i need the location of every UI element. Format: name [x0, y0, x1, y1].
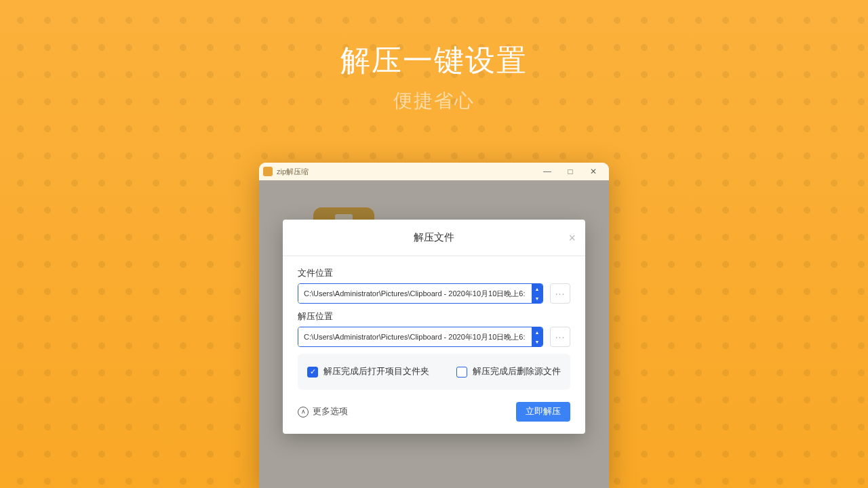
- dialog-close-button[interactable]: ×: [568, 232, 576, 244]
- chevron-down-icon[interactable]: ▼: [532, 337, 542, 346]
- file-location-combo[interactable]: ▲ ▼: [298, 283, 543, 304]
- chevron-up-icon[interactable]: ▲: [532, 327, 542, 337]
- dialog-header: 解压文件 ×: [283, 220, 585, 256]
- file-location-input[interactable]: [298, 284, 532, 303]
- checkbox-checked-icon: ✓: [307, 367, 318, 378]
- chevron-up-circle-icon: ∧: [298, 407, 309, 418]
- dialog-footer: ∧ 更多选项 立即解压: [283, 402, 585, 434]
- checkbox-unchecked-icon: [456, 367, 467, 378]
- chevron-up-icon[interactable]: ▲: [532, 284, 542, 293]
- open-after-label: 解压完成后打开项目文件夹: [323, 366, 429, 378]
- options-box: ✓ 解压完成后打开项目文件夹 解压完成后删除源文件: [298, 354, 570, 390]
- window-minimize-button[interactable]: —: [536, 163, 559, 180]
- file-location-label: 文件位置: [298, 267, 570, 279]
- extract-location-browse-button[interactable]: ···: [550, 327, 570, 347]
- window-close-button[interactable]: ✕: [582, 163, 605, 180]
- page-background: 解压一键设置 便捷省心 zip解压缩 — □ ✕ 解压文件 × 文件位置: [0, 0, 868, 488]
- file-location-stepper[interactable]: ▲ ▼: [532, 284, 542, 303]
- extract-location-row: ▲ ▼ ···: [298, 327, 570, 347]
- extract-now-button[interactable]: 立即解压: [516, 402, 570, 422]
- more-options-label: 更多选项: [313, 406, 348, 418]
- extract-location-stepper[interactable]: ▲ ▼: [532, 327, 542, 346]
- chevron-down-icon[interactable]: ▼: [532, 293, 542, 303]
- delete-source-checkbox[interactable]: 解压完成后删除源文件: [456, 366, 561, 378]
- extract-dialog: 解压文件 × 文件位置 ▲ ▼ ··· 解压位置: [283, 220, 585, 434]
- app-title: zip解压缩: [277, 167, 309, 177]
- delete-source-label: 解压完成后删除源文件: [473, 366, 561, 378]
- more-options-toggle[interactable]: ∧ 更多选项: [298, 406, 348, 418]
- dialog-title: 解压文件: [414, 231, 454, 244]
- extract-location-input[interactable]: [298, 327, 532, 346]
- file-location-row: ▲ ▼ ···: [298, 283, 570, 304]
- file-location-browse-button[interactable]: ···: [550, 283, 570, 304]
- app-icon: [263, 167, 273, 176]
- page-subhead: 便捷省心: [0, 88, 868, 114]
- titlebar: zip解压缩 — □ ✕: [259, 163, 609, 180]
- dialog-body: 文件位置 ▲ ▼ ··· 解压位置 ▲ ▼: [283, 256, 585, 402]
- extract-location-label: 解压位置: [298, 310, 570, 323]
- window-maximize-button[interactable]: □: [559, 163, 582, 180]
- page-headline: 解压一键设置: [0, 41, 868, 81]
- extract-location-combo[interactable]: ▲ ▼: [298, 327, 543, 347]
- open-after-checkbox[interactable]: ✓ 解压完成后打开项目文件夹: [307, 366, 429, 378]
